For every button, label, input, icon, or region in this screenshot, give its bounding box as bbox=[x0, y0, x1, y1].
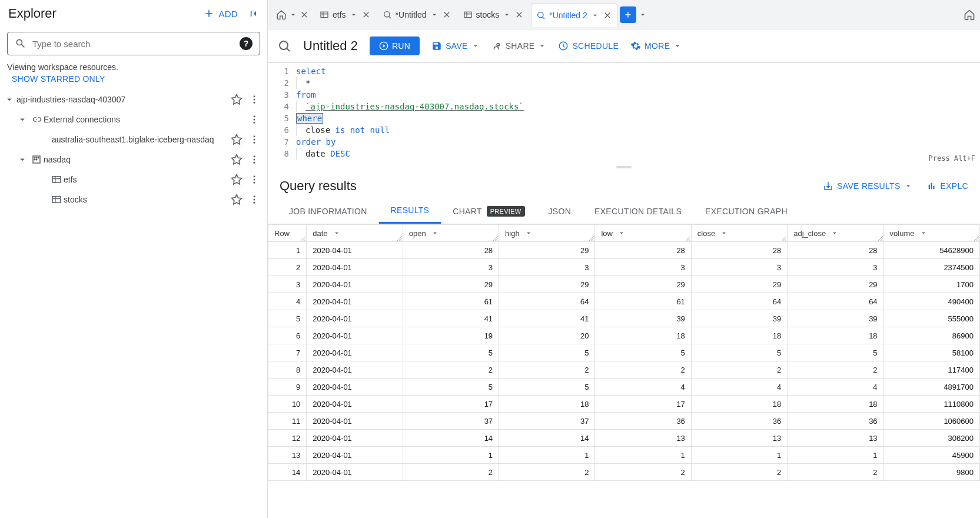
run-button[interactable]: RUN bbox=[370, 36, 420, 55]
resize-icon[interactable] bbox=[974, 236, 979, 241]
tree-connection-row[interactable]: australia-southeast1.biglake-iceberg-nas… bbox=[2, 130, 265, 150]
star-icon[interactable] bbox=[228, 131, 245, 148]
home-tab-button[interactable] bbox=[276, 9, 287, 20]
tab-close[interactable] bbox=[442, 10, 451, 19]
table-row[interactable]: 14 2020-04-01 2 2 2 2 2 9800 bbox=[268, 464, 980, 481]
table-row[interactable]: 12 2020-04-01 14 14 13 13 13 306200 bbox=[268, 430, 980, 447]
home-right-icon[interactable] bbox=[964, 9, 975, 21]
search-input[interactable] bbox=[32, 39, 234, 49]
resize-icon[interactable] bbox=[878, 236, 883, 241]
resize-icon[interactable] bbox=[782, 236, 786, 241]
save-button[interactable]: SAVE bbox=[431, 41, 480, 51]
resize-icon[interactable] bbox=[301, 236, 305, 241]
table-row[interactable]: 10 2020-04-01 17 18 17 18 18 1110800 bbox=[268, 396, 980, 413]
tab-execution-details[interactable]: EXECUTION DETAILS bbox=[583, 198, 693, 224]
tab-dropdown[interactable] bbox=[503, 11, 511, 19]
star-icon[interactable] bbox=[228, 91, 245, 108]
kebab-icon[interactable] bbox=[246, 131, 263, 148]
kebab-icon[interactable] bbox=[246, 191, 263, 208]
table-row[interactable]: 3 2020-04-01 29 29 29 29 29 1700 bbox=[268, 276, 980, 293]
tab-chart[interactable]: CHART PREVIEW bbox=[441, 198, 536, 224]
resize-icon[interactable] bbox=[493, 236, 498, 241]
tab-dropdown[interactable] bbox=[350, 11, 358, 19]
column-menu[interactable] bbox=[524, 229, 533, 237]
star-icon[interactable] bbox=[228, 151, 245, 168]
column-header-volume[interactable]: volume bbox=[883, 225, 979, 242]
explore-button[interactable]: EXPLC bbox=[926, 181, 968, 191]
tree-table-etfs-label: etfs bbox=[64, 175, 228, 184]
kebab-icon[interactable] bbox=[246, 171, 263, 188]
sql-editor[interactable]: 12345678 select * from `ajp-industries-n… bbox=[268, 63, 980, 164]
column-header-adj_close[interactable]: adj_close bbox=[788, 225, 883, 242]
column-header-low[interactable]: low bbox=[595, 225, 691, 242]
tab-dropdown[interactable] bbox=[591, 11, 599, 19]
column-header-Row[interactable]: Row bbox=[268, 225, 307, 242]
column-menu[interactable] bbox=[830, 229, 839, 237]
show-starred-button[interactable]: SHOW STARRED ONLY bbox=[0, 73, 267, 89]
new-tab-button[interactable] bbox=[620, 6, 636, 23]
tab-job-info[interactable]: JOB INFORMATION bbox=[277, 198, 379, 224]
new-tab-dropdown[interactable] bbox=[639, 11, 647, 19]
column-header-open[interactable]: open bbox=[403, 225, 499, 242]
kebab-icon[interactable] bbox=[246, 91, 263, 108]
column-header-close[interactable]: close bbox=[691, 225, 787, 242]
share-icon bbox=[491, 41, 502, 51]
resize-icon[interactable] bbox=[589, 236, 594, 241]
kebab-icon[interactable] bbox=[246, 151, 263, 168]
tab-dropdown[interactable] bbox=[430, 11, 438, 19]
table-row[interactable]: 5 2020-04-01 41 41 39 39 39 555000 bbox=[268, 310, 980, 327]
star-icon[interactable] bbox=[228, 171, 245, 188]
column-menu[interactable] bbox=[333, 229, 341, 237]
tab-json[interactable]: JSON bbox=[537, 198, 583, 224]
tree-external-row[interactable]: External connections bbox=[2, 109, 265, 130]
tree-dataset-row[interactable]: nasdaq bbox=[2, 150, 265, 170]
code-content[interactable]: select * from `ajp-industries-nasdaq-403… bbox=[296, 65, 980, 160]
star-icon[interactable] bbox=[228, 191, 245, 208]
tab-close[interactable] bbox=[361, 10, 371, 19]
chevron-down-icon[interactable] bbox=[2, 94, 16, 105]
share-button[interactable]: SHARE bbox=[491, 41, 547, 51]
table-row[interactable]: 11 2020-04-01 37 37 36 36 36 1060600 bbox=[268, 413, 980, 430]
search-input-wrap[interactable]: ? bbox=[7, 32, 260, 55]
column-menu[interactable] bbox=[720, 229, 728, 237]
search-help-icon[interactable]: ? bbox=[240, 37, 253, 50]
chevron-down-icon[interactable] bbox=[15, 114, 29, 125]
table-row[interactable]: 8 2020-04-01 2 2 2 2 2 117400 bbox=[268, 361, 980, 378]
tree-table-stocks-row[interactable]: stocks bbox=[2, 190, 265, 210]
resize-icon[interactable] bbox=[397, 236, 402, 241]
collapse-sidebar-button[interactable] bbox=[247, 8, 259, 19]
home-tab-close[interactable] bbox=[300, 10, 309, 19]
add-button[interactable]: ADD bbox=[203, 8, 238, 19]
column-menu[interactable] bbox=[617, 229, 626, 237]
tree-table-etfs-row[interactable]: etfs bbox=[2, 170, 265, 190]
tab-etfs[interactable]: etfs bbox=[315, 3, 376, 26]
tree-project-row[interactable]: ajp-industries-nasdaq-403007 bbox=[2, 89, 265, 109]
tab--untitled[interactable]: *Untitled bbox=[378, 3, 456, 26]
column-menu[interactable] bbox=[431, 229, 439, 237]
resize-handle[interactable] bbox=[268, 164, 980, 170]
tab-close[interactable] bbox=[514, 10, 524, 19]
schedule-button[interactable]: SCHEDULE bbox=[558, 41, 619, 51]
save-results-button[interactable]: SAVE RESULTS bbox=[823, 181, 912, 191]
table-row[interactable]: 13 2020-04-01 1 1 1 1 1 45900 bbox=[268, 447, 980, 464]
tab-execution-graph[interactable]: EXECUTION GRAPH bbox=[693, 198, 799, 224]
kebab-icon[interactable] bbox=[246, 111, 263, 128]
table-row[interactable]: 2 2020-04-01 3 3 3 3 3 2374500 bbox=[268, 259, 980, 276]
table-row[interactable]: 7 2020-04-01 5 5 5 5 5 58100 bbox=[268, 344, 980, 361]
table-row[interactable]: 6 2020-04-01 19 20 18 18 18 86900 bbox=[268, 327, 980, 344]
chevron-down-icon[interactable] bbox=[15, 154, 29, 165]
table-row[interactable]: 4 2020-04-01 61 64 61 64 64 490400 bbox=[268, 293, 980, 310]
tab-results[interactable]: RESULTS bbox=[379, 198, 441, 224]
tab--untitled-2[interactable]: *Untitled 2 bbox=[531, 4, 617, 27]
resize-icon[interactable] bbox=[686, 236, 690, 241]
more-button[interactable]: MORE bbox=[630, 41, 682, 51]
column-header-date[interactable]: date bbox=[307, 225, 403, 242]
results-table-wrap[interactable]: Row date open high low close adj_close v… bbox=[268, 224, 980, 518]
tab-stocks[interactable]: stocks bbox=[459, 3, 529, 26]
table-row[interactable]: 1 2020-04-01 28 29 28 28 28 54628900 bbox=[268, 242, 980, 259]
column-menu[interactable] bbox=[919, 229, 928, 237]
column-header-high[interactable]: high bbox=[499, 225, 595, 242]
tab-close[interactable] bbox=[603, 11, 612, 20]
table-row[interactable]: 9 2020-04-01 5 5 4 4 4 4891700 bbox=[268, 378, 980, 396]
home-tab-dropdown[interactable] bbox=[289, 11, 297, 19]
